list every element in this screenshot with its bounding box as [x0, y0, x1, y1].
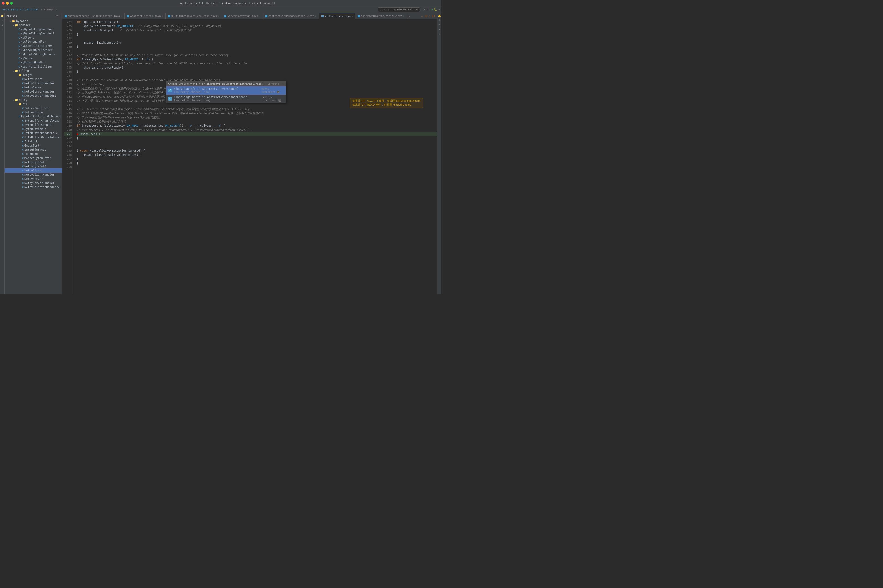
- notifications-icon[interactable]: 🔔: [438, 14, 441, 18]
- tree-item-ByteBufferAllocateDirect[interactable]: C ByteBufferAllocateDirect: [4, 114, 62, 118]
- tree-item-BufferDuplicate[interactable]: C BufferDuplicate: [4, 106, 62, 110]
- tree-item-MyByteToLongDecoder2[interactable]: C MyByteToLongDecoder2: [4, 32, 62, 36]
- tree-item-ByteBufferChannelRead[interactable]: C ByteBufferChannelRead: [4, 118, 62, 123]
- code-line-751-current: ●unsafe.read();: [76, 132, 437, 136]
- tree-item-GuessTest[interactable]: C GuessTest: [4, 144, 62, 148]
- popup-item-1[interactable]: C NioMessageUnsafe in AbstractNioMessage…: [166, 94, 286, 103]
- code-content[interactable]: int ops = k.interestOps(); ops &= Select…: [74, 20, 437, 294]
- tree-item-handler[interactable]: ▾ 📁 handler: [4, 23, 62, 27]
- tree-item-ByteBufferPut[interactable]: C ByteBufferPut: [4, 127, 62, 131]
- tree-item-NettyServer2[interactable]: C NettyServer: [4, 177, 62, 181]
- tree-item-nio[interactable]: ▾ 📁 nio: [4, 102, 62, 106]
- tab-close-icon[interactable]: ×: [403, 15, 405, 17]
- tree-item-ByteBufferCompact[interactable]: C ByteBufferCompact: [4, 123, 62, 127]
- tree-item-MappedByteBuffer[interactable]: C MappedByteBuffer: [4, 156, 62, 160]
- bookmark-icon[interactable]: ★: [0, 28, 4, 32]
- java-icon: C: [18, 28, 20, 31]
- tab-close-icon[interactable]: ×: [315, 15, 317, 17]
- tree-item-NettyClient-selected[interactable]: C NettyClient: [4, 168, 62, 172]
- maximize-button[interactable]: [10, 2, 13, 4]
- tree-item-FileLock[interactable]: C FileLock: [4, 140, 62, 144]
- settings-icon[interactable]: ⚙: [438, 8, 440, 11]
- tab-overflow[interactable]: ▾: [407, 15, 411, 18]
- structure-icon[interactable]: ≡: [0, 23, 4, 27]
- tree-item-MyClient[interactable]: C MyClient: [4, 36, 62, 40]
- tree-item-NettyServerHandler3[interactable]: C NettyServerHandler: [4, 181, 62, 185]
- tree-item-ByteBufferReaderFile[interactable]: C ByteBufferReaderFile: [4, 131, 62, 135]
- tree-item-NettyClient1[interactable]: C NettyClient: [4, 77, 62, 81]
- tree-item-length[interactable]: ▾ 📁 length: [4, 73, 62, 77]
- commit-icon[interactable]: ↑: [0, 18, 4, 22]
- project-icon[interactable]: 📁: [0, 14, 4, 18]
- tab-AbstractNioMessageChannel[interactable]: AbstractNioMessageChannel.java ×: [263, 13, 319, 20]
- tree-item-label: MyServerInitializer: [21, 65, 52, 68]
- tab-NioEventLoop[interactable]: NioEventLoop.java ×: [319, 13, 356, 20]
- tree-item-MyClientHandler[interactable]: C MyClientHandler: [4, 40, 62, 44]
- tree-item-NettyByteBuf[interactable]: C NettyByteBuf: [4, 160, 62, 164]
- search-box[interactable]: com.tuling.nio.NettyClient: [378, 8, 420, 12]
- tree-item-netty[interactable]: ▾ 📁 netty: [4, 98, 62, 102]
- tree-item-BufferSlice[interactable]: C BufferSlice: [4, 110, 62, 114]
- code-line-753: [76, 140, 437, 144]
- maven-icon[interactable]: ♦: [438, 28, 441, 32]
- code-line-726: k.interestOps(ops); // 可以通过interestOps(i…: [76, 28, 437, 32]
- tree-item-MyByteToLongDecoder[interactable]: C MyByteToLongDecoder: [4, 27, 62, 32]
- tab-AbstractChannel[interactable]: AbstractChannel.java ×: [124, 13, 165, 20]
- tree-item-MyLongToStringDecoder[interactable]: C MyLongToStringDecoder: [4, 52, 62, 56]
- tree-item-NettyServer1[interactable]: C NettyServer: [4, 86, 62, 90]
- tab-close-icon[interactable]: ×: [218, 15, 219, 17]
- close-button[interactable]: [2, 2, 4, 4]
- code-line-729: unsafe.finishConnect();: [76, 40, 437, 45]
- myBatis-icon[interactable]: M: [438, 23, 441, 27]
- svg-text:m: m: [277, 92, 279, 93]
- tree-item-MyClientInitializer[interactable]: C MyClientInitializer: [4, 44, 62, 48]
- project-selector[interactable]: netty-netty-4.1.38.Final: [2, 8, 39, 11]
- popup-item-0[interactable]: C NioByteUnsafe in AbstractNioByteChanne…: [166, 86, 286, 94]
- tree-item-NettyByteBuf2[interactable]: C NettyByteBuf2: [4, 164, 62, 168]
- tab-close-icon[interactable]: ×: [259, 15, 260, 17]
- tab-close-icon[interactable]: ×: [121, 15, 122, 17]
- tab-MultithreadEventLoopGroup[interactable]: MultithreadEventLoopGroup.java ×: [166, 13, 222, 20]
- tab-close-icon[interactable]: ×: [351, 15, 353, 18]
- java-icon: C: [22, 90, 24, 93]
- window-title: netty-netty-4.1.38.Final — NioEventLoop.…: [16, 2, 440, 4]
- tab-AbstractNioByteChannel[interactable]: AbstractNioByteChannel.java ×: [355, 13, 407, 20]
- java-icon: C: [22, 124, 24, 126]
- debug-icon[interactable]: 🐛: [434, 8, 437, 11]
- tree-item-MyServerInitializer[interactable]: C MyServerInitializer: [4, 64, 62, 69]
- tree-item-tuling[interactable]: ▾ 📁 tuling: [4, 69, 62, 73]
- java-icon: C: [22, 136, 24, 139]
- java-icon: C: [22, 153, 24, 155]
- database-icon[interactable]: 🗄: [438, 18, 441, 22]
- tree-item-NettySelectorHandler2[interactable]: C NettySelectorHandler2: [4, 185, 62, 189]
- tree-item-ByteBufferWriteToFile[interactable]: C ByteBufferWriteToFile: [4, 135, 62, 140]
- tab-AbstractChannelHandlerContext[interactable]: AbstractChannelHandlerContext.java ×: [62, 13, 124, 20]
- restservices-icon[interactable]: ⊕: [438, 32, 441, 36]
- error-badge: ⚠ 19 ⚠ 13: [420, 14, 436, 18]
- panel-title: Project: [6, 14, 17, 17]
- tree-item-NettyClientHandler2[interactable]: C NettyClientHandler: [4, 172, 62, 177]
- tree-item-NettyClientHandler1[interactable]: C NettyClientHandler: [4, 81, 62, 86]
- tree-item-LeakDemo[interactable]: C LeakDemo: [4, 152, 62, 156]
- panel-collapse-icon[interactable]: −: [58, 14, 60, 17]
- tree-item-NettyServerHandler2[interactable]: C NettyServerHandler2: [4, 94, 62, 98]
- code-line-757: }: [76, 157, 437, 161]
- tree-item-IntBufferTest[interactable]: C IntBufferTest: [4, 148, 62, 152]
- tab-ServerBootstrap[interactable]: ServerBootstrap.java ×: [222, 13, 262, 20]
- run-icon[interactable]: ▶: [432, 8, 433, 11]
- implementation-chooser-popup[interactable]: Choose Implementation of NioUnsafe in Ab…: [166, 81, 286, 103]
- tab-close-icon[interactable]: ×: [162, 15, 163, 17]
- panel-settings-icon[interactable]: ⚙: [56, 14, 58, 17]
- tree-item-MyLongToByteEncoder[interactable]: C MyLongToByteEncoder: [4, 48, 62, 52]
- tree-item-bycoder[interactable]: ▾ 📂 bycoder: [4, 19, 62, 23]
- java-icon: C: [18, 45, 20, 47]
- java-file-icon: [265, 15, 267, 17]
- popup-close-icon[interactable]: ×: [282, 82, 284, 86]
- tree-item-NettyServerHandler1[interactable]: C NettyServerHandler: [4, 90, 62, 94]
- file-tree: ▾ 📂 bycoder ▾ 📁 handler C MyBy: [4, 19, 62, 294]
- class-icon: C: [168, 88, 172, 92]
- tree-item-MyServer[interactable]: C MyServer: [4, 56, 62, 60]
- minimize-button[interactable]: [6, 2, 9, 4]
- tree-item-MyServerHandler[interactable]: C MyServerHandler: [4, 60, 62, 64]
- annotation-line-1: 如果是 OP_ACCEPT 事件，则调用 NioMessageUnsafe: [352, 99, 420, 103]
